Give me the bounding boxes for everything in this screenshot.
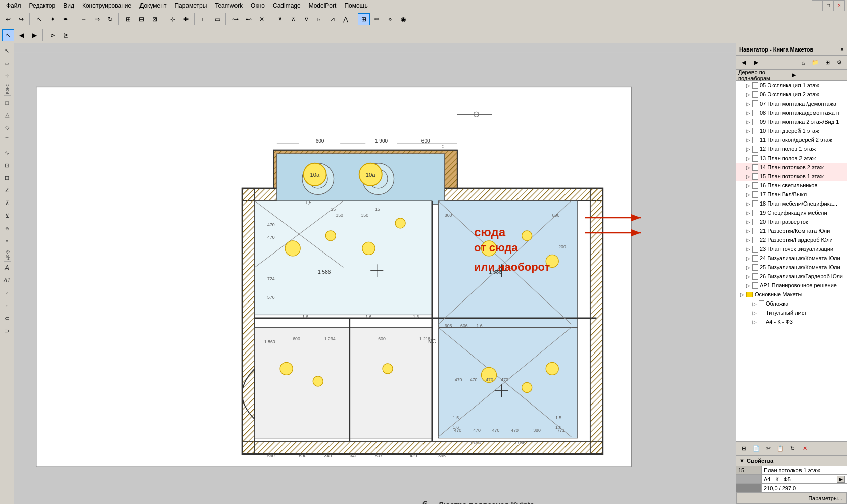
tree-item-15[interactable]: ▷15 План потолков 1 этаж bbox=[736, 172, 847, 181]
tool-c1[interactable]: ⊻ bbox=[274, 13, 286, 25]
menu-file[interactable]: Файл bbox=[2, 1, 25, 10]
tool-l4[interactable]: ⌒ bbox=[1, 134, 13, 146]
tool-d3[interactable]: ⋄ bbox=[384, 13, 396, 25]
nav-bot-4[interactable]: 📋 bbox=[775, 443, 786, 454]
tree-item-12[interactable]: ▷12 План полов 1 этаж bbox=[736, 144, 847, 154]
redo-btn[interactable]: ↪ bbox=[15, 13, 27, 25]
t2-next[interactable]: ▶ bbox=[28, 29, 40, 41]
tool-k1[interactable]: ▭ bbox=[1, 57, 13, 69]
menu-cadimage[interactable]: Cadimage bbox=[269, 1, 305, 10]
tree-item-07[interactable]: ▷07 План монтажа /демонтажа bbox=[736, 99, 847, 108]
tool-l10[interactable]: ⊻ bbox=[1, 210, 13, 222]
nav-settings[interactable]: ⚙ bbox=[834, 57, 845, 68]
navigator-close[interactable]: × bbox=[840, 46, 844, 53]
canvas-area[interactable]: 10a 10a bbox=[14, 43, 736, 504]
prop-val-1[interactable]: А4 - К - Ф5 ▶ bbox=[762, 475, 847, 483]
arrow-tool[interactable]: → bbox=[78, 13, 90, 25]
menu-modelport[interactable]: ModelPort bbox=[305, 1, 341, 10]
tool-l12[interactable]: ≡ bbox=[1, 235, 13, 247]
tool-c5[interactable]: ⊿ bbox=[326, 13, 339, 25]
tool-d1[interactable]: ⊞ bbox=[358, 13, 370, 25]
tool-l5[interactable]: ∿ bbox=[1, 147, 13, 159]
tool-l9[interactable]: ⊼ bbox=[1, 197, 13, 210]
nav-bot-1[interactable]: ⊞ bbox=[738, 443, 749, 454]
select-tool[interactable]: ↖ bbox=[33, 13, 45, 25]
tool-k2[interactable]: ⊹ bbox=[1, 70, 13, 82]
tree-filter-bar[interactable]: Дерево по поднаборам ▶ bbox=[736, 70, 847, 81]
tree-item-obloj[interactable]: ▷Обложка bbox=[736, 299, 847, 308]
tool-d2[interactable]: ✏ bbox=[371, 13, 383, 25]
rectangle2-tool[interactable]: ▭ bbox=[211, 13, 223, 25]
tool-m5[interactable]: ⊂ bbox=[1, 312, 13, 324]
tree-item-folder1[interactable]: ▷Основные Макеты bbox=[736, 290, 847, 299]
magic-wand[interactable]: ✦ bbox=[46, 13, 59, 25]
arrow2-tool[interactable]: ⇒ bbox=[91, 13, 103, 25]
tree-item-11[interactable]: ▷11 План окон/дверей 2 этаж bbox=[736, 135, 847, 144]
tree-item-19[interactable]: ▷19 Спецификация мебели bbox=[736, 208, 847, 217]
tree-item-08[interactable]: ▷08 План монтажа/демонтажа н bbox=[736, 108, 847, 117]
rotate-tool[interactable]: ↻ bbox=[104, 13, 116, 25]
tree-item-10[interactable]: ▷10 План дверей 1 этаж bbox=[736, 126, 847, 135]
t2-prev[interactable]: ◀ bbox=[15, 29, 27, 41]
nav-bot-close[interactable]: ✕ bbox=[799, 443, 810, 454]
tool-l8[interactable]: ∠ bbox=[1, 185, 13, 197]
tool-m3[interactable]: ⟋ bbox=[1, 287, 13, 299]
undo-btn[interactable]: ↩ bbox=[2, 13, 14, 25]
prop-val-1-btn[interactable]: ▶ bbox=[837, 476, 845, 483]
tool-l1[interactable]: □ bbox=[1, 96, 13, 109]
tree-item-23[interactable]: ▷23 План точек визуализации bbox=[736, 244, 847, 254]
tree-item-titul[interactable]: ▷Титульный лист bbox=[736, 308, 847, 317]
grid2-tool[interactable]: ⊟ bbox=[135, 13, 148, 25]
tree-item-25[interactable]: ▷25 Визуализация/Комната Юли bbox=[736, 263, 847, 272]
tool-c4[interactable]: ⊾ bbox=[313, 13, 325, 25]
grid-tool[interactable]: ⊞ bbox=[122, 13, 134, 25]
tool-b2[interactable]: ⊷ bbox=[243, 13, 255, 25]
tool-c6[interactable]: ⋀ bbox=[340, 13, 352, 25]
tool-l6[interactable]: ⊡ bbox=[1, 160, 13, 172]
menu-window[interactable]: Окно bbox=[247, 1, 269, 10]
snap-tool[interactable]: ⊹ bbox=[167, 13, 179, 25]
tool-b1[interactable]: ⊶ bbox=[229, 13, 242, 25]
nav-bot-3[interactable]: ✂ bbox=[763, 443, 774, 454]
tree-item-16[interactable]: ▷16 План светильников bbox=[736, 181, 847, 190]
menu-help[interactable]: Помощь bbox=[340, 1, 371, 10]
grid3-tool[interactable]: ⊠ bbox=[149, 13, 161, 25]
properties-header[interactable]: ▼ Свойства bbox=[736, 456, 847, 466]
rectangle-tool[interactable]: □ bbox=[198, 13, 210, 25]
t2-b1[interactable]: ⊳ bbox=[46, 29, 59, 41]
tree-item-17[interactable]: ▷17 План Вкл/Выкл bbox=[736, 190, 847, 199]
menu-params[interactable]: Параметры bbox=[170, 1, 211, 10]
tree-item-20[interactable]: ▷20 План разверток bbox=[736, 217, 847, 226]
menu-document[interactable]: Документ bbox=[135, 1, 170, 10]
nav-bot-2[interactable]: 📄 bbox=[750, 443, 762, 454]
window-minimize[interactable]: _ bbox=[812, 0, 823, 11]
tool-l3[interactable]: ◇ bbox=[1, 122, 13, 134]
tree-item-06[interactable]: ▷06 Экспликация 2 этаж bbox=[736, 90, 847, 99]
tool-l7[interactable]: ⊞ bbox=[1, 172, 13, 184]
snap2-tool[interactable]: ✚ bbox=[180, 13, 192, 25]
navigator-tree[interactable]: ▷05 Экспликация 1 этаж▷06 Экспликация 2 … bbox=[736, 81, 847, 441]
tree-item-21[interactable]: ▷21 Развертки/Комната Юли bbox=[736, 226, 847, 235]
tree-item-05[interactable]: ▷05 Экспликация 1 этаж bbox=[736, 81, 847, 90]
nav-folder[interactable]: 📁 bbox=[810, 57, 821, 68]
tree-item-26[interactable]: ▷26 Визуализация/Гардероб Юли bbox=[736, 272, 847, 281]
tool-m4[interactable]: ○ bbox=[1, 299, 13, 312]
tree-item-a4kf3[interactable]: ▷А4 - К - Ф3 bbox=[736, 317, 847, 326]
tree-item-14[interactable]: ▷14 План потолков 2 этаж bbox=[736, 163, 847, 172]
nav-fwd[interactable]: ▶ bbox=[750, 57, 762, 68]
nav-back[interactable]: ◀ bbox=[738, 57, 749, 68]
params-button[interactable]: Параметры... bbox=[736, 493, 847, 504]
tool-c3[interactable]: ⊽ bbox=[300, 13, 312, 25]
tool-m2[interactable]: A1 bbox=[1, 274, 13, 286]
tree-item-AP1[interactable]: ▷AP1 Планировочное решение bbox=[736, 281, 847, 290]
nav-layout[interactable]: ⊞ bbox=[822, 57, 833, 68]
tree-item-22[interactable]: ▷22 Развертки/Гардероб Юли bbox=[736, 235, 847, 244]
tool-l2[interactable]: △ bbox=[1, 109, 13, 121]
pen-tool[interactable]: ✒ bbox=[60, 13, 72, 25]
window-maximize[interactable]: □ bbox=[823, 0, 834, 11]
menu-construct[interactable]: Конструирование bbox=[78, 1, 135, 10]
menu-editor[interactable]: Редактор bbox=[25, 1, 60, 10]
menu-teamwork[interactable]: Teamwork bbox=[211, 1, 247, 10]
tool-b3[interactable]: ✕ bbox=[256, 13, 268, 25]
tree-item-13[interactable]: ▷13 План полов 2 этаж bbox=[736, 154, 847, 163]
